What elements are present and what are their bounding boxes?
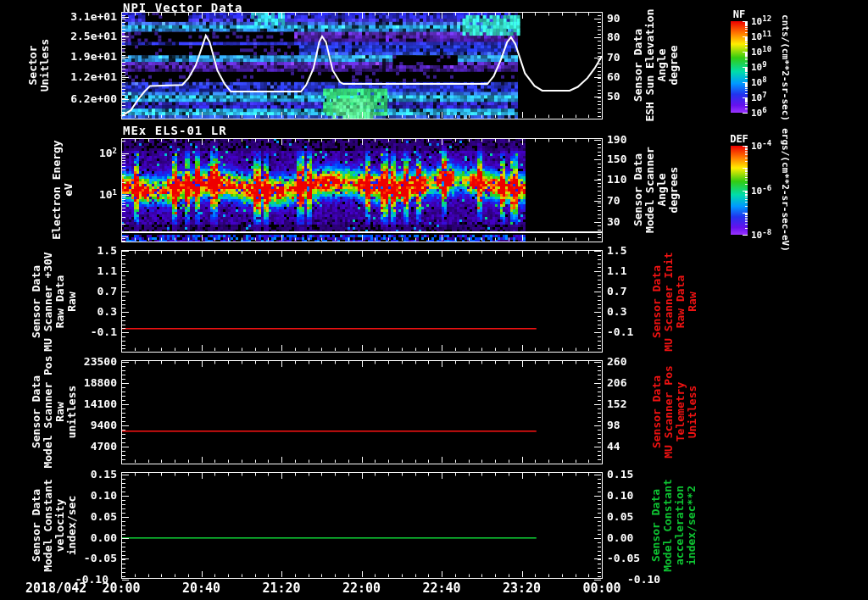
axis-label-line: index/sec**2 — [686, 479, 698, 572]
axis-label-line: Model Scanner Pos — [42, 355, 54, 468]
colorbar-nf-tick-label: 1012 — [751, 17, 771, 27]
axis-label-line: Model Constant — [662, 479, 674, 572]
x-tick-label: 21:20 — [256, 581, 307, 595]
colorbar-nf-tick-label: 107 — [751, 93, 767, 103]
axis-label-line: acceleration — [674, 479, 686, 572]
colorbar-nf-tick-label: 108 — [751, 78, 767, 88]
colorbar-nf-tick-label: 106 — [751, 108, 767, 119]
axis-label-right-panel1: Sensor DataESH Sun ElevationAngledegree — [632, 8, 680, 121]
colorbar-def-units: ergs/(cm**2-sr-sec-eV) — [780, 128, 790, 252]
x-tick-label: 00:00 — [576, 581, 627, 595]
axis-label-line: eV — [63, 140, 75, 239]
axis-label-line: Raw Data — [54, 252, 66, 351]
y-tick-label-left: 2.5e+01 — [41, 31, 117, 42]
axis-label-line: Sensor Data — [650, 479, 662, 572]
axis-label-line: index/sec — [66, 479, 78, 572]
axis-label-line: Sensor Data — [651, 252, 663, 351]
panel1-title: NPI Vector Data — [123, 1, 242, 14]
axis-label-line: Model Constant — [42, 479, 54, 572]
axis-label-line: Electron Energy — [51, 140, 63, 239]
x-tick-label: 22:00 — [337, 581, 387, 595]
axis-label-line: Unitless — [39, 39, 51, 92]
axis-label-line: MU Scanner Pos — [663, 365, 675, 458]
axis-label-line: velocity — [54, 479, 66, 572]
y-tick-label-left: 3.1e+01 — [41, 11, 117, 23]
axis-label-line: Sensor Data — [632, 147, 644, 233]
spectrogram-plot-page: NPI Vector Data MEx ELS-01 LR 2018/042 N… — [0, 0, 868, 600]
axis-label-right-panel4: Sensor DataMU Scanner PosTelemetryUnitle… — [651, 365, 698, 458]
colorbar-def-tick-label: 10-8 — [751, 231, 771, 241]
axis-label-left-panel2: Electron EnergyeV — [51, 140, 75, 239]
axis-label-left-panel1: SectorUnitless — [27, 39, 51, 92]
axis-label-right-panel3: Sensor DataMU Scanner InitRaw DataRaw — [651, 252, 698, 351]
y-tick-label-right: -0.10 — [627, 574, 695, 586]
axis-label-line: Raw Data — [675, 252, 687, 351]
axis-label-line: Sensor Data — [31, 479, 42, 572]
panel2-title: MEx ELS-01 LR — [123, 124, 227, 137]
colorbar-nf-tick-label: 1010 — [751, 47, 771, 58]
axis-label-line: MU Scanner +30V — [42, 252, 54, 351]
axis-label-line: Telemetry — [675, 365, 687, 458]
colorbar-nf-tick-label: 1011 — [751, 32, 771, 42]
axis-label-line: degree — [668, 8, 680, 121]
axis-label-left-panel4: Sensor DataModel Scanner PosRawunitless — [31, 355, 78, 468]
axis-label-right-panel5: Sensor DataModel Constantaccelerationind… — [650, 479, 698, 572]
colorbar-def-tick-label: 10-4 — [751, 142, 771, 152]
axis-label-line: degrees — [668, 147, 680, 233]
axis-label-line: ESH Sun Elevation — [644, 8, 656, 121]
axis-label-line: Raw — [66, 252, 78, 351]
axis-label-line: Angle — [656, 147, 668, 233]
axis-label-line: Sector — [27, 39, 39, 92]
axis-label-line: MU Scanner Init — [663, 252, 675, 351]
y-tick-label-left: 1.2e+01 — [41, 71, 117, 83]
x-tick-label: 23:20 — [497, 581, 548, 595]
axis-label-line: Model Scanner — [644, 147, 656, 233]
axis-label-line: unitless — [66, 355, 78, 468]
axis-label-line: Raw — [54, 355, 66, 468]
axis-label-line: Unitless — [687, 365, 698, 458]
axis-label-line: Sensor Data — [31, 252, 42, 351]
axis-label-line: Sensor Data — [632, 8, 644, 121]
axis-label-left-panel5: Sensor DataModel Constantvelocityindex/s… — [31, 479, 78, 572]
axis-label-right-panel2: Sensor DataModel ScannerAngledegrees — [632, 147, 680, 233]
y-tick-label-left: 1.9e+01 — [41, 51, 117, 63]
x-tick-label: 22:40 — [416, 581, 467, 595]
colorbar-nf-tick-label: 109 — [751, 63, 767, 73]
axis-label-line: Angle — [656, 8, 668, 121]
axis-label-line: Sensor Data — [31, 355, 42, 468]
x-tick-label: 20:00 — [96, 581, 147, 595]
x-tick-label: 20:40 — [176, 581, 227, 595]
y-tick-label-right: 190 — [607, 134, 675, 146]
axis-label-line: Sensor Data — [651, 365, 663, 458]
axis-label-line: Raw — [687, 252, 698, 351]
colorbar-nf-units: cnts/(cm**2-sr-sec) — [780, 14, 790, 121]
axis-label-left-panel3: Sensor DataMU Scanner +30VRaw DataRaw — [31, 252, 78, 351]
colorbar-def-tick-label: 10-6 — [751, 186, 771, 197]
y-tick-label-left: 6.2e+00 — [41, 93, 117, 105]
plot-canvas — [0, 0, 868, 600]
